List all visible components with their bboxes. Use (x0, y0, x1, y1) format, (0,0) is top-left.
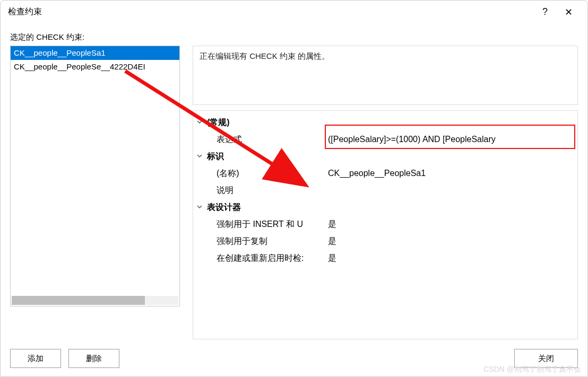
property-grid[interactable]: (常规) 表达式 ([PeopleSalary]>=(1000) AND [Pe… (193, 110, 578, 339)
help-icon: ? (542, 6, 548, 17)
list-item[interactable]: CK__people__PeopleSa1 (11, 46, 179, 60)
property-value[interactable]: ([PeopleSalary]>=(1000) AND [PeopleSalar… (326, 131, 577, 148)
description-text: 正在编辑现有 CHECK 约束 的属性。 (200, 51, 330, 60)
close-icon: ✕ (565, 6, 573, 18)
property-label: (名称) (206, 165, 326, 182)
constraint-listbox[interactable]: CK__people__PeopleSa1 CK__people__People… (10, 46, 180, 306)
footer: 添加 删除 关闭 (1, 339, 587, 376)
left-column: CK__people__PeopleSa1 CK__people__People… (10, 46, 180, 339)
dialog-title: 检查约束 (8, 6, 42, 17)
property-value[interactable]: 是 (326, 233, 577, 250)
check-constraints-dialog: 检查约束 ? ✕ 选定的 CHECK 约束: CK__people__Peopl… (0, 0, 588, 377)
property-label: 说明 (206, 182, 326, 199)
property-row-check-on-create[interactable]: 在创建或重新启用时检: 是 (193, 250, 577, 267)
property-category[interactable]: 表设计器 (193, 199, 577, 216)
category-label: (常规) (206, 114, 326, 131)
property-row-name[interactable]: (名称) CK__people__PeopleSa1 (193, 165, 577, 182)
scrollbar-thumb[interactable] (12, 296, 145, 305)
horizontal-scrollbar[interactable] (12, 296, 178, 305)
chevron-down-icon[interactable] (193, 199, 206, 216)
add-button[interactable]: 添加 (10, 349, 61, 368)
dialog-body: 选定的 CHECK 约束: CK__people__PeopleSa1 CK__… (1, 24, 587, 339)
columns: CK__people__PeopleSa1 CK__people__People… (10, 46, 578, 339)
list-item[interactable]: CK__people__PeopleSe__4222D4EI (11, 60, 179, 74)
close-button[interactable]: 关闭 (514, 349, 578, 368)
delete-button[interactable]: 删除 (68, 349, 119, 368)
category-label: 标识 (206, 148, 326, 165)
property-label: 强制用于 INSERT 和 U (206, 216, 326, 233)
property-row-description[interactable]: 说明 (193, 182, 577, 199)
property-value[interactable]: 是 (326, 216, 577, 233)
close-window-button[interactable]: ✕ (557, 1, 580, 24)
property-category[interactable]: (常规) (193, 114, 577, 131)
right-column: 正在编辑现有 CHECK 约束 的属性。 (常规) 表达式 ([PeopleSa… (193, 46, 578, 339)
property-value[interactable]: CK__people__PeopleSa1 (326, 165, 577, 182)
property-row-enforce-replication[interactable]: 强制用于复制 是 (193, 233, 577, 250)
property-label: 表达式 (206, 131, 326, 148)
property-category[interactable]: 标识 (193, 148, 577, 165)
add-button-label: 添加 (28, 354, 44, 364)
property-row-enforce-insert[interactable]: 强制用于 INSERT 和 U 是 (193, 216, 577, 233)
description-panel: 正在编辑现有 CHECK 约束 的属性。 (193, 46, 578, 105)
property-value[interactable]: 是 (326, 250, 577, 267)
property-label: 在创建或重新启用时检: (206, 250, 326, 267)
chevron-down-icon[interactable] (193, 148, 206, 165)
list-label: 选定的 CHECK 约束: (10, 32, 578, 42)
delete-button-label: 删除 (86, 354, 102, 364)
property-row-expression[interactable]: 表达式 ([PeopleSalary]>=(1000) AND [PeopleS… (193, 131, 577, 148)
close-button-label: 关闭 (538, 354, 554, 364)
titlebar: 检查约束 ? ✕ (1, 1, 587, 24)
help-button[interactable]: ? (533, 1, 557, 24)
category-label: 表设计器 (206, 199, 326, 216)
chevron-down-icon[interactable] (193, 114, 206, 131)
property-label: 强制用于复制 (206, 233, 326, 250)
